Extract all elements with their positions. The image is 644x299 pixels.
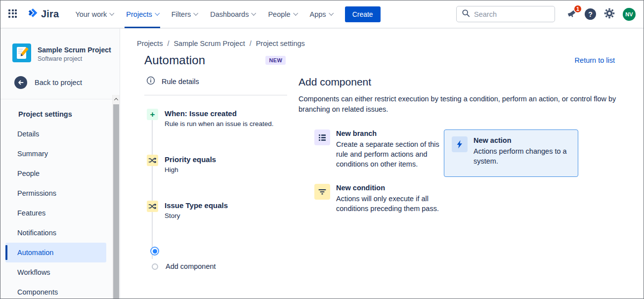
project-title-block: Sample Scrum Project Software project — [38, 46, 111, 62]
option-description: Actions will only execute if all conditi… — [336, 194, 444, 214]
top-navigation: Jira Your work Projects Filters Dashboar… — [0, 0, 644, 29]
sidebar-item-summary[interactable]: Summary — [5, 144, 106, 164]
new-branch-option[interactable]: New branch Create a separate section of … — [299, 129, 444, 169]
step-title: Issue Type equals — [165, 201, 228, 210]
project-settings-sidebar: Sample Scrum Project Software project Ba… — [0, 29, 120, 299]
create-button[interactable]: Create — [345, 6, 381, 22]
rule-step-condition-priority[interactable]: Priority equals High — [147, 155, 299, 173]
sidebar-item-details[interactable]: Details — [5, 124, 106, 144]
nav-filters[interactable]: Filters — [165, 0, 204, 28]
nav-people[interactable]: People — [261, 0, 303, 28]
scrollbar-thumb[interactable] — [113, 104, 119, 299]
settings-button[interactable] — [603, 8, 615, 20]
app-switcher-icon[interactable] — [8, 9, 18, 19]
rule-divider — [144, 95, 287, 95]
user-avatar[interactable]: NV — [623, 8, 636, 21]
add-component-step[interactable]: Add component — [147, 262, 299, 270]
sidebar-scrollbar[interactable] — [112, 95, 120, 299]
panel-title: Add component — [299, 76, 636, 88]
help-button[interactable]: ? — [585, 8, 596, 20]
rule-details-label: Rule details — [162, 78, 199, 85]
sidebar-item-people[interactable]: People — [5, 164, 106, 183]
gear-icon — [603, 7, 615, 21]
option-title: New action — [473, 136, 571, 144]
insert-position-radio[interactable] — [150, 247, 159, 256]
nav-your-work[interactable]: Your work — [69, 0, 120, 28]
shuffle-icon — [147, 155, 158, 166]
jira-logo-text: Jira — [41, 8, 59, 20]
nav-apps[interactable]: Apps — [303, 0, 339, 28]
rule-step-condition-issue-type[interactable]: Issue Type equals Story — [147, 201, 299, 219]
chevron-down-icon — [193, 11, 198, 16]
new-condition-option[interactable]: New condition Actions will only execute … — [299, 184, 444, 214]
new-badge: NEW — [265, 56, 286, 65]
step-subtitle: Story — [165, 212, 228, 219]
rule-details-link[interactable]: Rule details — [144, 76, 299, 87]
project-name: Sample Scrum Project — [38, 46, 111, 54]
chevron-down-icon — [329, 11, 334, 16]
add-component-label: Add component — [166, 262, 216, 270]
radio-dot — [153, 249, 157, 254]
notifications-button[interactable]: 1 — [565, 8, 577, 20]
rule-timeline-line — [152, 115, 153, 259]
breadcrumb-separator: / — [167, 40, 169, 47]
shuffle-icon — [147, 201, 158, 212]
jira-logo-icon — [26, 7, 39, 21]
breadcrumb-projects[interactable]: Projects — [137, 40, 163, 47]
jira-window: Jira Your work Projects Filters Dashboar… — [0, 0, 644, 299]
sidebar-item-features[interactable]: Features — [5, 203, 106, 223]
step-title: Priority equals — [165, 155, 216, 164]
lightning-icon — [452, 136, 468, 152]
breadcrumb-project[interactable]: Sample Scrum Project — [173, 40, 245, 47]
empty-step-circle-icon — [152, 263, 158, 270]
sidebar-item-permissions[interactable]: Permissions — [5, 183, 106, 203]
branch-list-icon — [314, 129, 330, 145]
sidebar-item-workflows[interactable]: Workflows — [5, 262, 106, 282]
option-description: Actions perform changes to a system. — [473, 146, 571, 166]
search-box[interactable] — [456, 6, 555, 22]
top-nav-right: 1 ? NV — [456, 6, 636, 22]
sidebar-item-components[interactable]: Components — [5, 282, 106, 299]
back-to-project-label: Back to project — [35, 79, 82, 86]
breadcrumb-project-settings[interactable]: Project settings — [256, 40, 305, 47]
jira-logo[interactable]: Jira — [26, 7, 59, 21]
option-description: Create a separate section of this rule a… — [336, 139, 444, 169]
option-title: New condition — [336, 184, 444, 192]
nav-projects[interactable]: Projects — [120, 0, 165, 28]
info-icon — [146, 76, 155, 87]
scrollbar-up-arrow[interactable] — [113, 95, 120, 104]
return-to-list-link[interactable]: Return to list — [575, 56, 615, 64]
option-title: New branch — [336, 129, 444, 137]
rule-step-trigger[interactable]: + When: Issue created Rule is run when a… — [147, 109, 299, 128]
chevron-down-icon — [293, 11, 298, 16]
add-component-panel: Add component Components can either rest… — [299, 76, 636, 270]
nav-dashboards[interactable]: Dashboards — [204, 0, 261, 28]
back-to-project[interactable]: Back to project — [0, 64, 120, 89]
back-arrow-icon — [14, 76, 27, 89]
new-action-option[interactable]: New action Actions perform changes to a … — [444, 129, 578, 177]
main-content: Projects / Sample Scrum Project / Projec… — [120, 29, 644, 299]
chevron-down-icon — [110, 11, 115, 16]
settings-menu: Project settings Details Summary People … — [0, 99, 120, 299]
chevron-down-icon — [155, 11, 160, 16]
plus-icon: + — [147, 109, 158, 120]
project-header[interactable]: Sample Scrum Project Software project — [0, 29, 120, 64]
search-icon — [462, 9, 470, 19]
breadcrumb: Projects / Sample Scrum Project / Projec… — [137, 40, 636, 47]
search-input[interactable] — [474, 10, 550, 18]
sidebar-item-notifications[interactable]: Notifications — [5, 223, 106, 243]
step-title: When: Issue created — [165, 109, 274, 118]
project-type: Software project — [38, 55, 111, 62]
rule-steps: + When: Issue created Rule is run when a… — [144, 109, 299, 270]
sidebar-item-automation[interactable]: Automation — [5, 243, 106, 262]
project-avatar — [12, 43, 31, 64]
rule-chain: Rule details + When: Issue created Rule … — [144, 76, 299, 270]
panel-description: Components can either restrict execution… — [299, 94, 636, 115]
notification-badge: 1 — [573, 4, 582, 13]
filter-icon — [314, 184, 330, 200]
page-title: Automation — [144, 53, 205, 67]
step-subtitle: Rule is run when an issue is created. — [165, 120, 274, 128]
breadcrumb-separator: / — [250, 40, 252, 47]
step-subtitle: High — [165, 166, 216, 173]
page-title-row: Automation NEW Return to list — [137, 53, 636, 67]
